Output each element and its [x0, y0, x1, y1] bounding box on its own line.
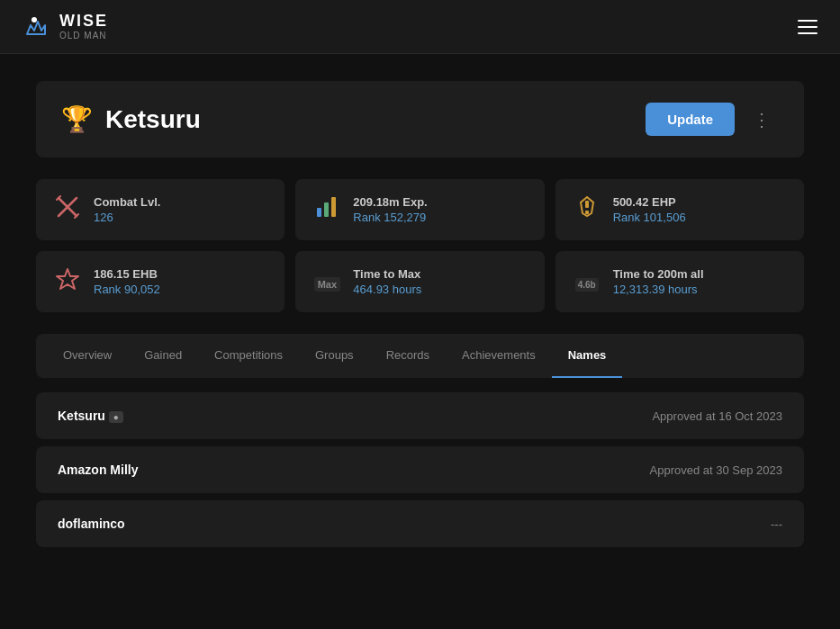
svg-rect-7 [317, 208, 321, 217]
svg-rect-10 [585, 201, 589, 208]
name-status-ketsuru: Approved at 16 Oct 2023 [652, 409, 782, 423]
player-name-section: 🏆 Ketsuru [61, 104, 201, 134]
stat-card-combat: Combat Lvl. 126 [36, 179, 285, 240]
stat-label-tt200m: Time to 200m all [613, 267, 704, 281]
stat-card-exp: 209.18m Exp. Rank 152,279 [295, 179, 544, 240]
exp-icon [313, 195, 340, 224]
update-button[interactable]: Update [646, 103, 735, 136]
stat-value-exp: Rank 152,279 [353, 211, 427, 224]
logo-subtitle: OLD MAN [59, 31, 108, 40]
name-row: Ketsuru ● Approved at 16 Oct 2023 [36, 392, 804, 439]
logo-section: WISE OLD MAN [18, 11, 108, 43]
more-options-button[interactable]: ⋮ [745, 105, 779, 134]
name-text-doflaminco: doflaminco [58, 517, 125, 531]
tab-competitions[interactable]: Competitions [198, 334, 299, 378]
stat-card-ttmax: Max Time to Max 464.93 hours [295, 251, 544, 312]
tab-overview[interactable]: Overview [47, 334, 128, 378]
tabs: Overview Gained Competitions Groups Reco… [36, 334, 804, 378]
stat-label-ttmax: Time to Max [353, 267, 421, 281]
svg-rect-9 [331, 197, 336, 217]
stat-info-exp: 209.18m Exp. Rank 152,279 [353, 195, 427, 224]
name-text-amazon: Amazon Milly [58, 463, 138, 477]
ehp-icon [574, 195, 601, 224]
stat-value-ehb: Rank 90,052 [94, 283, 160, 296]
stat-info-combat: Combat Lvl. 126 [94, 195, 160, 224]
name-text-ketsuru: Ketsuru ● [58, 409, 123, 423]
player-card: 🏆 Ketsuru Update ⋮ [36, 81, 804, 157]
stat-info-tt200m: Time to 200m all 12,313.39 hours [613, 267, 704, 296]
tab-gained[interactable]: Gained [128, 334, 198, 378]
name-row: doflaminco --- [36, 500, 804, 547]
menu-button[interactable] [793, 15, 822, 39]
stat-card-ehb: 186.15 EHB Rank 90,052 [36, 251, 285, 312]
name-status-doflaminco: --- [771, 517, 782, 531]
player-name: Ketsuru [105, 105, 201, 134]
svg-point-2 [32, 17, 37, 22]
tab-names[interactable]: Names [552, 334, 623, 378]
name-status-amazon: Approved at 30 Sep 2023 [650, 463, 782, 477]
logo-title: WISE [59, 13, 108, 31]
stat-info-ehb: 186.15 EHB Rank 90,052 [94, 267, 160, 296]
stat-card-tt200m: 4.6b Time to 200m all 12,313.39 hours [555, 251, 804, 312]
stat-label-ehp: 500.42 EHP [613, 195, 686, 209]
tab-records[interactable]: Records [370, 334, 446, 378]
stat-card-ehp: 500.42 EHP Rank 101,506 [555, 179, 804, 240]
stat-value-tt200m: 12,313.39 hours [613, 283, 704, 296]
names-list: Ketsuru ● Approved at 16 Oct 2023 Amazon… [36, 392, 804, 547]
stat-value-combat: 126 [94, 211, 160, 224]
main-content: 🏆 Ketsuru Update ⋮ Combat Lvl. 126 [0, 54, 840, 574]
svg-rect-11 [585, 211, 589, 214]
svg-marker-12 [57, 269, 78, 289]
tab-achievements[interactable]: Achievements [446, 334, 552, 378]
stat-label-ehb: 186.15 EHB [94, 267, 160, 281]
stat-value-ehp: Rank 101,506 [613, 211, 686, 224]
logo-icon [18, 11, 50, 43]
header: WISE OLD MAN [0, 0, 840, 54]
stat-info-ttmax: Time to Max 464.93 hours [353, 267, 421, 296]
ttmax-icon: Max [313, 270, 340, 293]
logo-text: WISE OLD MAN [59, 13, 108, 40]
svg-rect-8 [324, 202, 329, 217]
ehb-icon [54, 267, 81, 296]
combat-icon [54, 195, 81, 224]
trophy-icon: 🏆 [61, 104, 93, 134]
stat-info-ehp: 500.42 EHP Rank 101,506 [613, 195, 686, 224]
stat-label-exp: 209.18m Exp. [353, 195, 427, 209]
tab-groups[interactable]: Groups [299, 334, 370, 378]
stats-grid: Combat Lvl. 126 209.18m Exp. Rank 152,27… [36, 179, 804, 312]
stat-label-combat: Combat Lvl. [94, 195, 160, 209]
player-actions: Update ⋮ [646, 103, 779, 136]
stat-value-ttmax: 464.93 hours [353, 283, 421, 296]
tt200m-icon: 4.6b [574, 270, 601, 293]
name-row: Amazon Milly Approved at 30 Sep 2023 [36, 446, 804, 493]
